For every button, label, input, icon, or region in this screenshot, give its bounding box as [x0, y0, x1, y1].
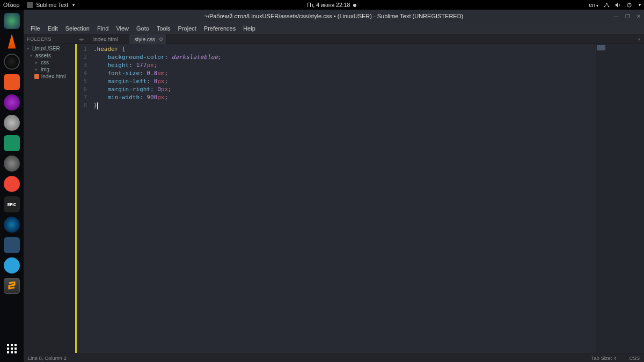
menu-goto[interactable]: Goto [133, 25, 153, 32]
dock-steam-icon[interactable] [4, 217, 20, 233]
tab-label: style.css [135, 36, 155, 42]
file-indexhtml[interactable]: index.html [24, 73, 75, 80]
minimap[interactable] [596, 44, 644, 353]
chevron-down-icon: ▾ [29, 53, 33, 58]
show-apps-button[interactable] [4, 341, 20, 357]
editor[interactable]: 12345678 .header { background-color: dar… [75, 44, 644, 353]
menu-view[interactable]: View [112, 25, 133, 32]
sublime-window: ~/Рабочий стол/LinuxUSER/assets/css/styl… [24, 10, 644, 362]
dock-updater-icon[interactable] [4, 115, 20, 131]
dock-browser-icon[interactable] [4, 13, 20, 29]
appmenu-label: Sublime Text [36, 2, 68, 8]
sidebar-header: FOLDERS [24, 34, 75, 43]
status-syntax[interactable]: CSS [629, 355, 640, 361]
dock-vlc-icon[interactable] [4, 33, 20, 49]
menu-tools[interactable]: Tools [153, 25, 174, 32]
keyboard-layout[interactable]: en▾ [589, 2, 598, 8]
dock-red-icon[interactable] [4, 176, 20, 192]
menu-edit[interactable]: Edit [44, 25, 62, 32]
minimize-button[interactable]: — [613, 13, 619, 19]
menu-preferences[interactable]: Preferences [200, 25, 239, 32]
svg-rect-0 [27, 2, 33, 8]
close-button[interactable]: ✕ [636, 13, 641, 19]
chevron-right-icon: ▸ [34, 67, 39, 72]
folder-project[interactable]: ▾LinuxUSER [24, 45, 75, 52]
maximize-button[interactable]: ❐ [625, 13, 630, 19]
folder-img[interactable]: ▸img [24, 66, 75, 73]
status-tabsize[interactable]: Tab Size: 4 [591, 355, 616, 361]
dock-dev-icon[interactable] [4, 94, 20, 110]
dock-epic-icon[interactable]: EPIC [4, 196, 20, 212]
menu-project[interactable]: Project [174, 25, 200, 32]
folder-css[interactable]: ▸css [24, 59, 75, 66]
folder-assets[interactable]: ▾assets [24, 52, 75, 59]
titlebar: ~/Рабочий стол/LinuxUSER/assets/css/styl… [24, 10, 644, 23]
sidebar: ▾LinuxUSER ▾assets ▸css ▸img index.html [24, 44, 75, 353]
menubar: File Edit Selection Find View Goto Tools… [24, 23, 644, 34]
window-title: ~/Рабочий стол/LinuxUSER/assets/css/styl… [204, 13, 464, 19]
sublime-icon [27, 2, 33, 8]
dock-battlenet-icon[interactable] [4, 237, 20, 253]
network-icon[interactable] [604, 2, 610, 8]
dock: EPIC [0, 10, 24, 362]
system-top-bar: Обзор Sublime Text ▾ Пт, 4 июня 22:18 en… [0, 0, 644, 10]
tabstrip-row: FOLDERS ◂▸ index.html style.css ▾ [24, 34, 644, 44]
modified-dot-icon [159, 38, 163, 41]
chevron-down-icon[interactable]: ▾ [639, 3, 641, 8]
status-position[interactable]: Line 8, Column 2 [28, 355, 67, 361]
appmenu[interactable]: Sublime Text ▾ [27, 2, 75, 8]
chevron-right-icon: ▸ [34, 60, 39, 65]
dock-sublime-icon[interactable] [4, 278, 20, 294]
tab-stylecss[interactable]: style.css [129, 34, 166, 44]
gutter: 12345678 [75, 44, 91, 353]
menu-file[interactable]: File [27, 25, 44, 32]
code-area[interactable]: .header { background-color: darkslateblu… [91, 44, 596, 353]
dock-hardware-icon[interactable] [4, 135, 20, 151]
power-icon[interactable] [626, 2, 632, 8]
menu-find[interactable]: Find [93, 25, 112, 32]
dock-settings-icon[interactable] [4, 156, 20, 172]
tab-indexhtml[interactable]: index.html [88, 34, 129, 44]
chevron-down-icon: ▾ [26, 46, 30, 51]
dock-obs-icon[interactable] [4, 54, 20, 70]
dock-software-icon[interactable] [4, 74, 20, 90]
activities-button[interactable]: Обзор [3, 2, 19, 8]
volume-icon[interactable] [615, 2, 621, 8]
clock[interactable]: Пт, 4 июня 22:18 [75, 2, 589, 8]
dock-telegram-icon[interactable] [4, 257, 20, 274]
text-cursor [97, 102, 98, 109]
tab-history-nav[interactable]: ◂▸ [75, 34, 88, 43]
tab-label: index.html [93, 36, 118, 42]
tab-dropdown-icon[interactable]: ▾ [635, 34, 643, 44]
notification-dot-icon [353, 4, 356, 7]
statusbar: Line 8, Column 2 Tab Size: 4 CSS [24, 353, 644, 362]
menu-help[interactable]: Help [239, 25, 259, 32]
html-file-icon [34, 74, 39, 79]
menu-selection[interactable]: Selection [62, 25, 93, 32]
